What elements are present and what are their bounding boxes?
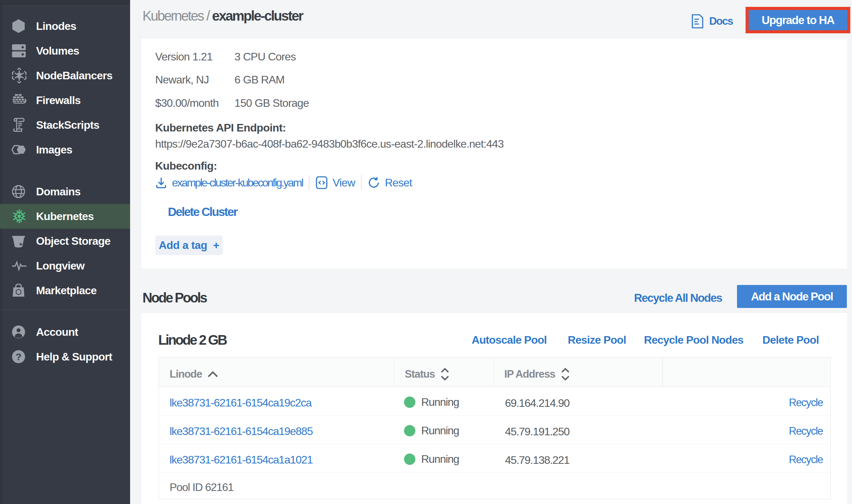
svg-text:?: ? bbox=[15, 352, 21, 362]
